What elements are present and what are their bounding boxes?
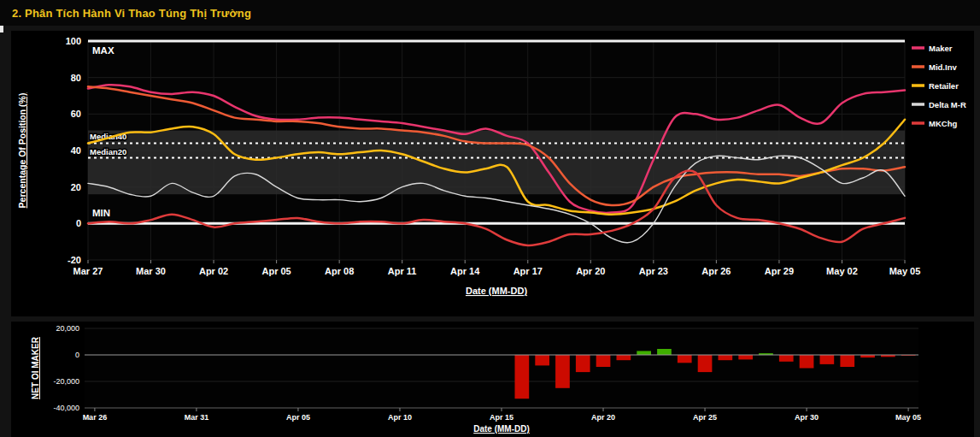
x-tick-label: Apr 08	[325, 266, 354, 276]
max-label: MAX	[92, 45, 114, 56]
legend-item-mkchg[interactable]: MKChg	[912, 119, 957, 128]
x-tick-label: Apr 11	[388, 266, 417, 276]
bar	[657, 349, 672, 355]
min-label: MIN	[92, 208, 110, 218]
bar	[535, 355, 549, 365]
x-tick-label: Mar 27	[73, 266, 103, 276]
y-tick-label: 20	[71, 182, 81, 192]
legend-label: Retailer	[929, 81, 959, 91]
legend-label: Mid.Inv	[929, 62, 957, 72]
legend-label: MKChg	[929, 119, 957, 128]
bar	[515, 355, 530, 399]
legend-item-retailer[interactable]: Retailer	[912, 81, 959, 91]
x-tick-label: Apr 25	[693, 413, 717, 422]
x-tick-label: Mar 30	[136, 266, 166, 276]
y-tick-label: 60	[71, 109, 81, 119]
x-tick-label: Apr 05	[286, 413, 310, 422]
x-tick-label: Apr 26	[701, 266, 731, 276]
bar	[840, 355, 854, 367]
x-tick-label: Apr 17	[513, 266, 543, 276]
legend-item-maker[interactable]: Maker	[912, 44, 953, 53]
bar	[719, 355, 733, 360]
net-oi-panel: 20,0000-20,000-40,000Mar 26Mar 31Apr 05A…	[11, 322, 974, 437]
y-axis-label: Percentage Of Position (%)	[17, 93, 27, 209]
bar	[617, 355, 631, 360]
y-tick-label: -40,000	[53, 404, 79, 412]
legend-label: Maker	[929, 44, 953, 53]
page-title: 2. Phân Tích Hành Vi Thao Túng Thị Trườn…	[12, 7, 251, 20]
x-tick-label: Apr 29	[765, 266, 794, 276]
legend-item-delta-m-r[interactable]: Delta M-R	[912, 100, 966, 109]
y-tick-label: 40	[71, 145, 81, 156]
bar	[698, 355, 713, 372]
x-tick-label: Apr 30	[795, 413, 819, 422]
x-tick-label: Apr 20	[576, 266, 605, 276]
bar	[576, 355, 590, 372]
plot-area[interactable]	[85, 328, 918, 408]
legend-label: Delta M-R	[929, 100, 966, 109]
bar	[596, 355, 611, 367]
net-oi-bar-chart: 20,0000-20,000-40,000Mar 26Mar 31Apr 05A…	[11, 322, 974, 437]
x-tick-label: Apr 05	[261, 266, 290, 276]
y-tick-label: -20,000	[53, 377, 79, 386]
x-tick-label: May 05	[895, 413, 921, 422]
bar	[555, 355, 570, 388]
median-label-20: Median20	[90, 147, 126, 156]
x-tick-label: May 05	[889, 266, 921, 276]
bar	[738, 355, 753, 359]
title-bar: 2. Phân Tích Hành Vi Thao Túng Thị Trườn…	[0, 0, 980, 26]
x-tick-label: Mar 26	[83, 413, 108, 422]
y-tick-label: 100	[66, 36, 81, 46]
x-tick-label: Apr 23	[639, 266, 668, 276]
y-tick-label: 0	[76, 218, 81, 228]
legend-item-mid-inv[interactable]: Mid.Inv	[912, 62, 957, 72]
position-line-chart: Median40Median20MAXMIN100806040200-20Mar…	[11, 31, 974, 316]
median-band	[88, 131, 905, 195]
y-tick-label: 80	[71, 73, 81, 83]
x-axis-label: Date (MM-DD)	[473, 424, 530, 434]
x-axis-label: Date (MM-DD)	[466, 286, 527, 296]
bar	[820, 355, 835, 364]
x-tick-label: Apr 10	[388, 413, 412, 422]
main-chart-panel: Median40Median20MAXMIN100806040200-20Mar…	[11, 31, 974, 316]
bar	[678, 355, 692, 363]
bar	[800, 355, 814, 369]
y-tick-label: -20	[67, 255, 81, 265]
x-tick-label: May 02	[826, 266, 858, 276]
x-tick-label: Apr 20	[591, 413, 615, 422]
y-axis-label: NET OI MAKER	[31, 336, 40, 399]
x-tick-label: Apr 02	[199, 266, 228, 276]
x-tick-label: Apr 15	[490, 413, 513, 422]
x-tick-label: Apr 14	[450, 266, 480, 276]
y-tick-label: 20,000	[56, 324, 79, 333]
y-tick-label: 0	[75, 351, 79, 359]
bar	[779, 355, 794, 362]
bar	[637, 351, 651, 355]
x-tick-label: Mar 31	[185, 413, 209, 422]
